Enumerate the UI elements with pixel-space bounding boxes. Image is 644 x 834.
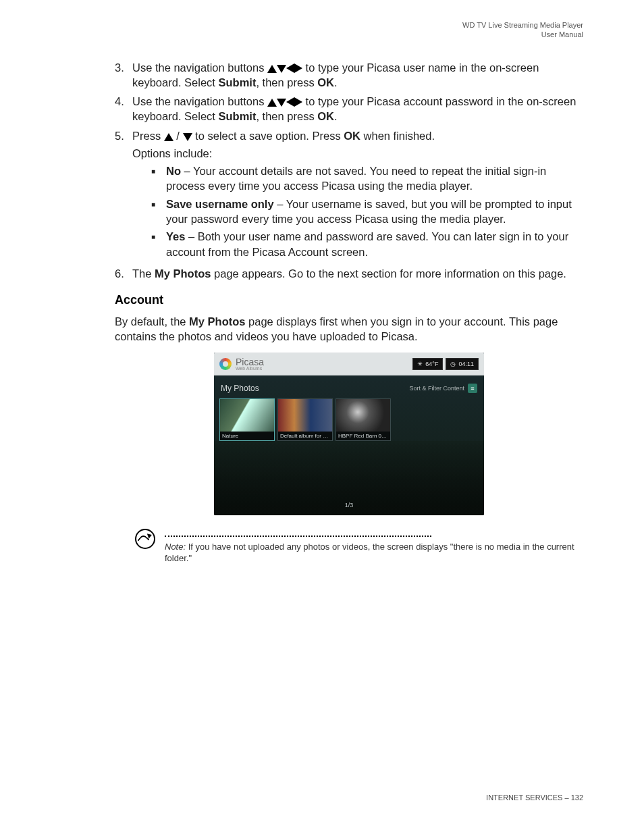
thumb-red-barn: HBPF Red Barn 02... bbox=[336, 398, 391, 441]
weather-badge: ☀64°F bbox=[412, 358, 443, 370]
header-doc: User Manual bbox=[61, 30, 583, 39]
down-arrow-icon bbox=[183, 130, 192, 142]
step-3: 3. Use the navigation buttons to type yo… bbox=[115, 60, 583, 90]
thumb-image bbox=[220, 399, 274, 432]
step-4: 4. Use the navigation buttons to type yo… bbox=[115, 94, 583, 124]
thumb-image bbox=[278, 399, 332, 432]
clock-icon: ◷ bbox=[450, 361, 456, 367]
step-body: Press / to select a save option. Press O… bbox=[132, 128, 583, 262]
step-body: Use the navigation buttons to type your … bbox=[132, 94, 583, 124]
sort-filter-icon: ≡ bbox=[468, 384, 477, 393]
picasa-screenshot: Picasa Web Albums ☀64°F ◷04:11 My Photos… bbox=[214, 353, 484, 515]
thumb-nature: Nature bbox=[219, 398, 275, 441]
option-save-username: ■ Save username only – Your username is … bbox=[151, 197, 583, 227]
note-pencil-icon bbox=[135, 529, 155, 549]
main-content: 3. Use the navigation buttons to type yo… bbox=[115, 60, 583, 565]
section-heading-account: Account bbox=[115, 293, 583, 307]
note-block: Note: If you have not uploaded any photo… bbox=[135, 529, 583, 565]
picasa-logo: Picasa Web Albums bbox=[219, 357, 264, 371]
screenshot-title: My Photos bbox=[221, 384, 259, 393]
bullet-icon: ■ bbox=[151, 229, 166, 259]
time-badge: ◷04:11 bbox=[446, 358, 479, 370]
picasa-swirl-icon bbox=[219, 358, 232, 370]
sort-filter-label: Sort & Filter Content ≡ bbox=[409, 384, 477, 393]
step-5: 5. Press / to select a save option. Pres… bbox=[115, 128, 583, 262]
nav-arrows-icon bbox=[267, 61, 302, 74]
step-6: 6. The My Photos page appears. Go to the… bbox=[115, 266, 583, 281]
step-body: The My Photos page appears. Go to the ne… bbox=[132, 266, 583, 281]
up-arrow-icon bbox=[164, 130, 173, 142]
header-product: WD TV Live Streaming Media Player bbox=[61, 20, 583, 30]
bullet-icon: ■ bbox=[151, 163, 166, 194]
weather-icon: ☀ bbox=[417, 361, 423, 367]
thumbnail-row: Nature Default album for n... HBPF Red B… bbox=[214, 398, 484, 441]
screenshot-header: Picasa Web Albums ☀64°F ◷04:11 bbox=[214, 353, 484, 375]
step-number: 5. bbox=[115, 128, 132, 262]
step-number: 3. bbox=[115, 60, 132, 90]
options-lead: Options include: bbox=[132, 146, 583, 161]
thumb-image bbox=[336, 399, 390, 432]
page-footer: INTERNET SERVICES – 132 bbox=[486, 793, 583, 802]
options-list: ■ No – Your account details are not save… bbox=[132, 163, 583, 259]
page-header: WD TV Live Streaming Media Player User M… bbox=[61, 20, 583, 40]
note-divider bbox=[165, 536, 431, 537]
nav-arrows-icon bbox=[267, 95, 302, 107]
account-paragraph: By default, the My Photos page displays … bbox=[115, 314, 583, 344]
pager-indicator: 1/3 bbox=[345, 502, 354, 509]
option-no: ■ No – Your account details are not save… bbox=[151, 163, 583, 194]
bullet-icon: ■ bbox=[151, 197, 166, 227]
option-yes: ■ Yes – Both your user name and password… bbox=[151, 229, 583, 259]
thumb-default-album: Default album for n... bbox=[277, 398, 333, 441]
step-body: Use the navigation buttons to type your … bbox=[132, 60, 583, 90]
note-text: Note: If you have not uploaded any photo… bbox=[165, 541, 583, 565]
step-number: 6. bbox=[115, 266, 132, 281]
step-number: 4. bbox=[115, 94, 132, 124]
